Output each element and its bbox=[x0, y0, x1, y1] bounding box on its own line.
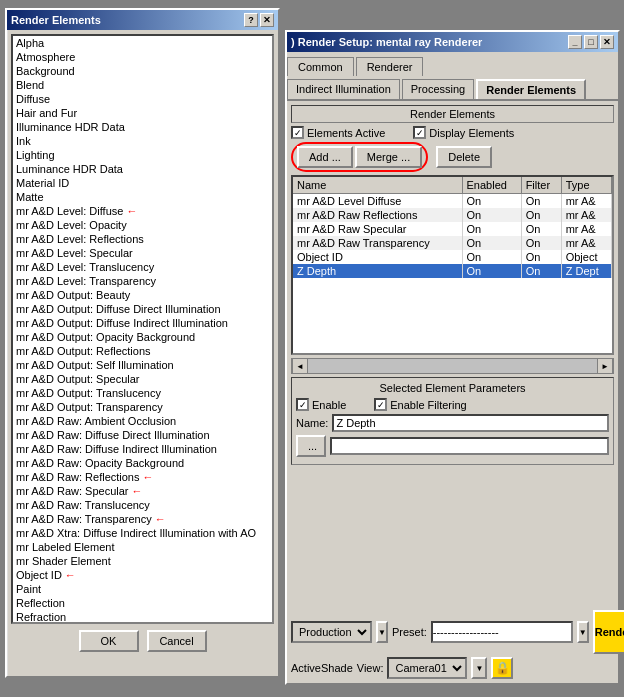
list-item[interactable]: mr A&D Output: Reflections bbox=[13, 344, 272, 358]
scroll-right-arrow[interactable]: ► bbox=[597, 358, 613, 374]
table-row[interactable]: mr A&D Level DiffuseOnOnmr A& bbox=[293, 194, 612, 209]
tab-common[interactable]: Common bbox=[287, 57, 354, 76]
add-button[interactable]: Add ... bbox=[297, 146, 353, 168]
list-item[interactable]: mr A&D Raw: Opacity Background bbox=[13, 456, 272, 470]
list-item[interactable]: Luminance HDR Data bbox=[13, 162, 272, 176]
list-item[interactable]: mr A&D Output: Beauty bbox=[13, 288, 272, 302]
render-button[interactable]: Render bbox=[593, 610, 624, 654]
list-item[interactable]: mr A&D Level: Opacity bbox=[13, 218, 272, 232]
list-item[interactable]: Background bbox=[13, 64, 272, 78]
display-elements-checkbox[interactable]: ✓ bbox=[413, 126, 426, 139]
titlebar-buttons: ? ✕ bbox=[244, 13, 274, 27]
list-item[interactable]: Blend bbox=[13, 78, 272, 92]
add-merge-ellipse: Add ... Merge ... bbox=[291, 142, 428, 172]
list-item[interactable]: Hair and Fur bbox=[13, 106, 272, 120]
list-item[interactable]: Ink bbox=[13, 134, 272, 148]
list-item[interactable]: Atmosphere bbox=[13, 50, 272, 64]
list-item[interactable]: Lighting bbox=[13, 148, 272, 162]
elements-list[interactable]: AlphaAtmosphereBackgroundBlendDiffuseHai… bbox=[11, 34, 274, 624]
list-item[interactable]: mr A&D Output: Opacity Background bbox=[13, 330, 272, 344]
table-row[interactable]: mr A&D Raw SpecularOnOnmr A& bbox=[293, 222, 612, 236]
merge-button[interactable]: Merge ... bbox=[355, 146, 422, 168]
list-item[interactable]: mr Labeled Element bbox=[13, 540, 272, 554]
scroll-left-arrow[interactable]: ◄ bbox=[292, 358, 308, 374]
scroll-track[interactable] bbox=[308, 359, 597, 373]
horizontal-scrollbar[interactable]: ◄ ► bbox=[291, 358, 614, 374]
list-item[interactable]: mr A&D Raw: Reflections bbox=[13, 470, 272, 484]
ok-button[interactable]: OK bbox=[79, 630, 139, 652]
preset-dropdown-arrow[interactable]: ▼ bbox=[577, 621, 589, 643]
list-item[interactable]: mr A&D Level: Specular bbox=[13, 246, 272, 260]
list-item[interactable]: mr A&D Level: Transparency bbox=[13, 274, 272, 288]
list-item[interactable]: mr A&D Level: Translucency bbox=[13, 260, 272, 274]
view-dropdown-arrow[interactable]: ▼ bbox=[471, 657, 487, 679]
list-item[interactable]: mr A&D Raw: Ambient Occlusion bbox=[13, 414, 272, 428]
production-dropdown-arrow[interactable]: ▼ bbox=[376, 621, 388, 643]
list-item[interactable]: mr A&D Level: Reflections bbox=[13, 232, 272, 246]
table-row[interactable]: Z DepthOnOnZ Dept bbox=[293, 264, 612, 278]
tab-render-elements[interactable]: Render Elements bbox=[476, 79, 586, 99]
list-item[interactable]: mr A&D Xtra: Diffuse Indirect Illuminati… bbox=[13, 526, 272, 540]
lock-button[interactable]: 🔒 bbox=[491, 657, 513, 679]
main-content: Render Elements ✓ Elements Active ✓ Disp… bbox=[291, 105, 614, 625]
minimize-button[interactable]: _ bbox=[568, 35, 582, 49]
render-setup-buttons: _ □ ✕ bbox=[568, 35, 614, 49]
list-item[interactable]: mr A&D Output: Transparency bbox=[13, 400, 272, 414]
enable-checkbox[interactable]: ✓ bbox=[296, 398, 309, 411]
help-button[interactable]: ? bbox=[244, 13, 258, 27]
table-cell-filter: On bbox=[521, 236, 561, 250]
elements-table-container[interactable]: Name Enabled Filter Type mr A&D Level Di… bbox=[291, 175, 614, 355]
extra-input[interactable] bbox=[330, 437, 609, 455]
list-item[interactable]: Material ID bbox=[13, 176, 272, 190]
ellipsis-button[interactable]: ... bbox=[296, 435, 326, 457]
table-cell-enabled: On bbox=[462, 194, 521, 209]
list-item[interactable]: Alpha bbox=[13, 36, 272, 50]
list-item[interactable]: mr A&D Output: Specular bbox=[13, 372, 272, 386]
list-item[interactable]: mr A&D Output: Translucency bbox=[13, 386, 272, 400]
cancel-button[interactable]: Cancel bbox=[147, 630, 207, 652]
display-elements-label: ✓ Display Elements bbox=[413, 126, 514, 139]
production-dropdown[interactable]: Production bbox=[291, 621, 372, 643]
tab-indirect-illumination[interactable]: Indirect Illumination bbox=[287, 79, 400, 99]
list-item[interactable]: mr A&D Output: Diffuse Indirect Illumina… bbox=[13, 316, 272, 330]
list-item[interactable]: mr A&D Raw: Transparency bbox=[13, 512, 272, 526]
list-item[interactable]: mr A&D Raw: Translucency bbox=[13, 498, 272, 512]
list-item[interactable]: Diffuse bbox=[13, 92, 272, 106]
list-item[interactable]: mr A&D Output: Diffuse Direct Illuminati… bbox=[13, 302, 272, 316]
table-cell-type: Z Dept bbox=[561, 264, 611, 278]
list-item[interactable]: mr A&D Level: Diffuse bbox=[13, 204, 272, 218]
table-row[interactable]: mr A&D Raw ReflectionsOnOnmr A& bbox=[293, 208, 612, 222]
list-item[interactable]: mr A&D Raw: Specular bbox=[13, 484, 272, 498]
elements-active-text: Elements Active bbox=[307, 127, 385, 139]
list-item[interactable]: mr A&D Raw: Diffuse Indirect Illuminatio… bbox=[13, 442, 272, 456]
list-item[interactable]: Matte bbox=[13, 190, 272, 204]
list-item[interactable]: mr A&D Raw: Diffuse Direct Illumination bbox=[13, 428, 272, 442]
list-item[interactable]: mr Shader Element bbox=[13, 554, 272, 568]
list-item[interactable]: Illuminance HDR Data bbox=[13, 120, 272, 134]
list-item[interactable]: Reflection bbox=[13, 596, 272, 610]
enable-row: ✓ Enable ✓ Enable Filtering bbox=[296, 398, 609, 411]
table-row[interactable]: mr A&D Raw TransparencyOnOnmr A& bbox=[293, 236, 612, 250]
preset-input[interactable] bbox=[431, 621, 573, 643]
list-item[interactable]: Object ID bbox=[13, 568, 272, 582]
table-cell-filter: On bbox=[521, 222, 561, 236]
list-item[interactable]: mr A&D Output: Self Illumination bbox=[13, 358, 272, 372]
list-item[interactable]: Paint bbox=[13, 582, 272, 596]
enable-filtering-text: Enable Filtering bbox=[390, 399, 466, 411]
list-item[interactable]: Refraction bbox=[13, 610, 272, 624]
table-cell-name: mr A&D Raw Transparency bbox=[293, 236, 462, 250]
render-elements-dialog: Render Elements ? ✕ AlphaAtmosphereBackg… bbox=[5, 8, 280, 678]
enable-filtering-checkbox[interactable]: ✓ bbox=[374, 398, 387, 411]
elements-active-checkbox[interactable]: ✓ bbox=[291, 126, 304, 139]
close-icon[interactable]: ✕ bbox=[600, 35, 614, 49]
table-cell-enabled: On bbox=[462, 208, 521, 222]
enable-filtering-label: ✓ Enable Filtering bbox=[374, 398, 466, 411]
close-button[interactable]: ✕ bbox=[260, 13, 274, 27]
tab-processing[interactable]: Processing bbox=[402, 79, 474, 99]
table-row[interactable]: Object IDOnOnObject bbox=[293, 250, 612, 264]
maximize-button[interactable]: □ bbox=[584, 35, 598, 49]
delete-button[interactable]: Delete bbox=[436, 146, 492, 168]
view-dropdown[interactable]: Camera01 bbox=[387, 657, 467, 679]
tab-renderer[interactable]: Renderer bbox=[356, 57, 424, 76]
name-input[interactable] bbox=[332, 414, 609, 432]
